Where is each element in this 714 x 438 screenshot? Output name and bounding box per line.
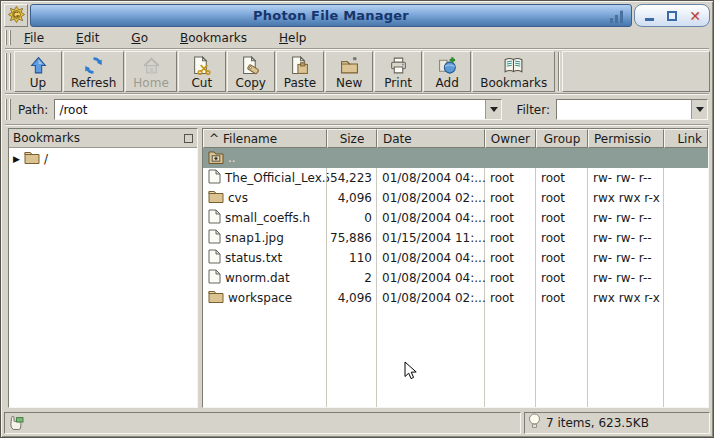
file-cell: root <box>485 228 536 248</box>
bookmark-item-root[interactable]: ▶/ <box>9 150 197 168</box>
up-button[interactable]: Up <box>14 51 62 92</box>
file-cell: root <box>536 288 588 308</box>
file-name: wnorm.dat <box>225 271 290 285</box>
file-name: workspace <box>228 291 292 305</box>
toolbar-button-label: Refresh <box>71 76 116 90</box>
file-cell: 4,096 <box>327 188 377 208</box>
file-name: small_coeffs.h <box>225 211 310 225</box>
path-input[interactable] <box>55 100 485 119</box>
file-icon <box>208 269 221 287</box>
toolbar-button-label: Paste <box>284 76 316 90</box>
file-row-the-official-lex-[interactable]: The_Official_Lex...554,22301/08/2004 04:… <box>203 168 708 188</box>
status-right-pane: 7 items, 623.5KB <box>524 412 710 434</box>
file-cell: root <box>485 208 536 228</box>
column-header-label: Owner <box>491 132 530 146</box>
menu-help[interactable]: Help <box>269 29 318 47</box>
file-cell: 75,886 <box>327 228 377 248</box>
column-header-label: Group <box>544 132 581 146</box>
toolbar-button-label: Add <box>436 76 459 90</box>
refresh-button[interactable]: Refresh <box>63 51 124 92</box>
close-button[interactable]: ✕ <box>686 8 704 24</box>
file-cell: rwx rwx r-x <box>588 188 664 208</box>
file-cell: rw- rw- r-- <box>588 228 664 248</box>
home-button: Home <box>125 51 176 92</box>
file-cell: rw- rw- r-- <box>588 268 664 288</box>
menubar-grip[interactable] <box>4 28 14 47</box>
file-cell: rw- rw- r-- <box>588 208 664 228</box>
column-header-size[interactable]: Size <box>327 129 377 148</box>
file-row-small-coeffs-h[interactable]: small_coeffs.h001/08/2004 04:...rootroot… <box>203 208 708 228</box>
new-button[interactable]: New <box>325 51 373 92</box>
maximize-button[interactable] <box>663 8 681 24</box>
toolbar-buttons: UpRefreshHomeCutCopyPasteNewPrintAddBook… <box>14 51 556 92</box>
file-row--[interactable]: .. <box>203 148 708 168</box>
bookmarks-icon <box>503 55 524 76</box>
menu-items: FileEditGoBookmarksHelp <box>14 28 328 47</box>
main-area: Bookmarks ▶/ ^FilenameSizeDateOwnerGroup… <box>4 126 710 410</box>
title-bar-gradient[interactable]: Photon File Manager <box>30 4 632 27</box>
file-row-wnorm-dat[interactable]: wnorm.dat201/08/2004 04:...rootrootrw- r… <box>203 268 708 288</box>
menu-edit[interactable]: Edit <box>66 29 111 47</box>
minimize-button[interactable] <box>640 8 658 24</box>
bookmarks-panel: Bookmarks ▶/ <box>8 128 198 408</box>
folder-icon <box>24 151 40 167</box>
file-list-body: ..The_Official_Lex...554,22301/08/2004 0… <box>203 148 708 407</box>
file-cell: rw- rw- r-- <box>588 248 664 268</box>
bookmarks-tree: ▶/ <box>9 148 197 407</box>
filter-dropdown-button[interactable] <box>691 100 707 119</box>
column-header-label: Date <box>383 132 412 146</box>
window-menu-button[interactable] <box>4 4 28 27</box>
bookmarks-button[interactable]: Bookmarks <box>472 51 555 92</box>
file-cell: 01/08/2004 04:... <box>377 208 485 228</box>
file-cell: 01/08/2004 04:... <box>377 248 485 268</box>
menu-go[interactable]: Go <box>121 29 160 47</box>
column-header-filename[interactable]: ^Filename <box>203 129 327 148</box>
file-cell: 2 <box>327 268 377 288</box>
menu-bookmarks[interactable]: Bookmarks <box>170 29 259 47</box>
column-header-label: Filename <box>223 132 277 146</box>
file-row-status-txt[interactable]: status.txt11001/08/2004 04:...rootrootrw… <box>203 248 708 268</box>
file-cell: root <box>485 248 536 268</box>
file-cell <box>664 168 708 188</box>
pathbar-grip[interactable] <box>4 97 14 122</box>
add-button[interactable]: Add <box>423 51 471 92</box>
column-header-permissio[interactable]: Permissio <box>588 129 664 148</box>
paste-icon <box>290 55 309 76</box>
column-header-label: Size <box>340 132 365 146</box>
column-header-date[interactable]: Date <box>377 129 485 148</box>
panel-detach-button[interactable] <box>184 134 193 143</box>
sort-ascending-icon: ^ <box>209 132 219 146</box>
toolbar-grip[interactable] <box>4 51 14 92</box>
minimize-icon <box>645 18 654 21</box>
toolbar-button-label: Up <box>30 76 46 90</box>
hand-pointer-icon <box>8 413 25 434</box>
path-combobox <box>54 99 502 120</box>
cut-button[interactable]: Cut <box>178 51 226 92</box>
file-name: cvs <box>228 191 248 205</box>
toolbar-separator <box>558 52 560 91</box>
file-cell: 01/08/2004 02:... <box>377 288 485 308</box>
file-row-cvs[interactable]: cvs4,09601/08/2004 02:...rootrootrwx rwx… <box>203 188 708 208</box>
column-header-group[interactable]: Group <box>536 129 588 148</box>
paste-button[interactable]: Paste <box>276 51 324 92</box>
path-bar: Path: Filter: <box>4 95 710 124</box>
path-dropdown-button[interactable] <box>485 100 501 119</box>
copy-button[interactable]: Copy <box>227 51 275 92</box>
menu-file[interactable]: File <box>14 29 56 47</box>
toolbar-button-label: Cut <box>191 76 212 90</box>
file-cell: 0 <box>327 208 377 228</box>
path-label: Path: <box>18 103 48 117</box>
expander-icon[interactable]: ▶ <box>13 154 20 164</box>
file-row-snap1-jpg[interactable]: snap1.jpg75,88601/15/2004 11:...rootroot… <box>203 228 708 248</box>
column-header-link[interactable]: Link <box>664 129 708 148</box>
bookmarks-panel-title: Bookmarks <box>13 131 80 145</box>
copy-icon <box>241 55 260 76</box>
titlebar-bars-decoration <box>610 10 623 23</box>
toolbar-button-label: Print <box>384 76 412 90</box>
cut-icon <box>192 55 211 76</box>
print-button[interactable]: Print <box>374 51 422 92</box>
column-header-owner[interactable]: Owner <box>485 129 536 148</box>
up-arrow-icon <box>29 55 48 76</box>
filter-input[interactable] <box>557 100 691 119</box>
file-row-workspace[interactable]: workspace4,09601/08/2004 02:...rootrootr… <box>203 288 708 308</box>
